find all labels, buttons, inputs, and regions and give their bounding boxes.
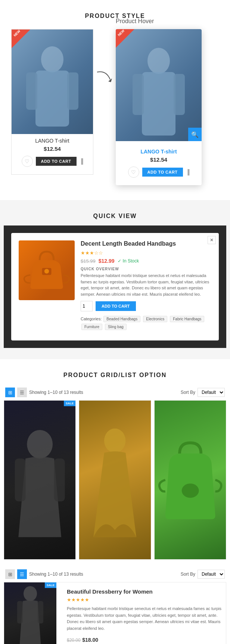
grid-item-3: Butterflies Women's Handbag (Green) ☆☆☆☆… [154,400,226,560]
add-to-cart-button-normal[interactable]: ADD TO CART [36,157,77,166]
list-info: Beautiful Dressberry for Women ★★★★★ Pel… [62,582,226,644]
results-text-list: Showing 1–10 of 13 results [29,572,178,577]
categories-label: Categories: [81,317,102,321]
product-grid: SALE Beautiful Dressberry for Women ★★★★… [4,400,226,560]
grid-image-3 [155,401,226,559]
product-style-container: NEW LANGO T-shirt $12.54 ♡ ADD TO CART ▐ [7,25,223,189]
arrow-container [93,29,116,85]
list-stars: ★★★★★ [67,597,221,603]
list-sale-badge: SALE [45,582,56,588]
svg-rect-6 [142,72,175,136]
quick-view-price-old: $15.99 [81,258,96,264]
category-tag-furniture[interactable]: Furniture [81,324,102,330]
quick-view-title: QUICK VIEW [0,204,230,225]
svg-rect-18 [38,601,43,623]
list-price-row: $20.00 $18.00 [67,637,221,643]
svg-point-15 [181,483,199,498]
quantity-input[interactable] [81,301,93,311]
quick-view-stars: ★★★☆☆ [81,250,211,256]
svg-rect-3 [67,72,78,110]
product-price-hover: $12.54 [119,156,198,163]
product-style-section: PRODUCT STYLE NEW LANGO T-shirt $12.54 [0,0,230,200]
categories-row: Categories: Beaded Handbags Electronics … [81,315,211,331]
product-info-hover: LANGO T-shirt $12.54 ♡ ADD TO CART ▐ [116,141,202,185]
svg-point-0 [41,46,63,72]
add-to-cart-quick-view[interactable]: ADD TO CART [96,301,136,311]
search-corner-icon[interactable]: 🔍 [188,128,202,141]
add-to-cart-button-hover[interactable]: ADD TO CART [142,168,183,177]
grid-item-2: Bells & Whistles Girls Frocks ★★★★☆ $20.… [79,400,151,560]
grid-item-1: SALE Beautiful Dressberry for Women ★★★★… [4,400,76,560]
overview-label: QUICK OVERVIEW [81,267,211,271]
grid-image-1: SALE [4,401,75,559]
list-item-row: SALE Beautiful Dressberry for Women ★★★★… [4,582,226,644]
product-grid-list-title: PRODUCT GRID/LIST OPTION [4,363,226,385]
product-style-title: PRODUCT STYLE [7,4,223,25]
list-old-price: $20.00 [67,638,81,643]
dress-svg-2 [79,401,150,559]
svg-rect-7 [133,74,144,115]
dress-svg-1 [4,401,75,559]
chart-button-hover[interactable]: ▐ [186,169,190,175]
grid-view-button-list[interactable]: ⊞ [5,569,15,579]
category-tag-beaded[interactable]: Beaded Handbags [103,316,140,322]
product-grid-list-section: PRODUCT GRID/LIST OPTION ⊞ ☰ Showing 1–1… [0,359,230,644]
quick-view-product-name: Decent Length Beaded Handbags [81,240,211,247]
quantity-row [81,301,93,311]
svg-rect-8 [174,74,185,115]
svg-rect-12 [15,458,26,501]
svg-point-16 [24,586,37,601]
qty-cart-row: ADD TO CART [81,301,211,311]
modal-close-button[interactable]: ✕ [208,236,216,244]
category-tag-sling[interactable]: Sling bag [105,324,127,330]
product-card-hover: NEW 🔍 LANGO T-shirt $12.54 ♡ AD [116,29,202,185]
list-view-button-grid[interactable]: ☰ [17,388,27,397]
sort-label-grid: Sort By [181,390,195,395]
sort-select-list[interactable]: Default [198,570,225,579]
product-name-hover: LANGO T-shirt [119,145,198,156]
quick-view-background: ✕ Decent Length Beaded Handbags ★★★☆☆ $1… [4,225,226,348]
grid-info-3: Butterflies Women's Handbag (Green) ☆☆☆☆… [155,559,226,560]
wishlist-button-hover[interactable]: ♡ [128,167,139,178]
price-row: $15.99 $12.99 ✓ In Stock [81,258,211,264]
coat-hover-svg [116,29,202,141]
quick-view-description: Pellentesque habitant morbi tristique se… [81,273,211,297]
coat-svg [12,29,93,134]
product-image-hover: NEW 🔍 [116,29,202,141]
sort-select-grid[interactable]: Default [198,388,225,397]
product-actions-hover: ♡ ADD TO CART ▐ [119,167,198,181]
list-price: $18.00 [82,637,98,643]
svg-point-10 [44,269,49,274]
sort-label-list: Sort By [181,572,195,577]
product-price-normal: $12.54 [15,146,89,152]
svg-rect-2 [26,72,37,110]
grid-info-2: Bells & Whistles Girls Frocks ★★★★☆ $20.… [79,559,150,560]
grid-view-button[interactable]: ⊞ [5,388,15,397]
product-name-normal: LANGO T-shirt [15,138,89,144]
quick-view-modal: ✕ Decent Length Beaded Handbags ★★★☆☆ $1… [11,233,219,340]
category-tag-electronics[interactable]: Electronics [143,316,167,322]
hover-label: Product Hover [116,18,154,25]
category-tag-fabric[interactable]: Fabric Handbags [170,316,204,322]
list-description: Pellentesque habitant morbi tristique se… [67,606,221,632]
product-actions-normal: ♡ ADD TO CART ▐ [15,156,89,171]
grid-info-1: Beautiful Dressberry for Women ★★★★☆ $20… [4,559,75,560]
svg-rect-17 [17,601,23,623]
product-card-normal: NEW LANGO T-shirt $12.54 ♡ ADD TO CART ▐ [11,29,93,175]
svg-point-11 [27,430,53,459]
in-stock-badge: ✓ In Stock [118,258,139,264]
handbag-svg [19,240,75,300]
list-view-button[interactable]: ☰ [17,569,27,579]
grid-image-2 [79,401,150,559]
hover-section: Product Hover NEW 🔍 LANGO T-s [116,29,219,185]
quick-view-product-detail: Decent Length Beaded Handbags ★★★☆☆ $15.… [81,240,211,333]
quick-view-price-new: $12.99 [99,258,115,264]
sale-badge-1: SALE [64,401,75,406]
grid-toolbar: ⊞ ☰ Showing 1–10 of 13 results Sort By D… [4,385,226,400]
product-image-normal: NEW [12,29,93,134]
results-text-grid: Showing 1–10 of 13 results [29,390,178,395]
svg-rect-13 [54,458,65,501]
handbag-image [19,240,75,300]
chart-button-normal[interactable]: ▐ [80,158,83,164]
wishlist-button-normal[interactable]: ♡ [22,156,33,167]
